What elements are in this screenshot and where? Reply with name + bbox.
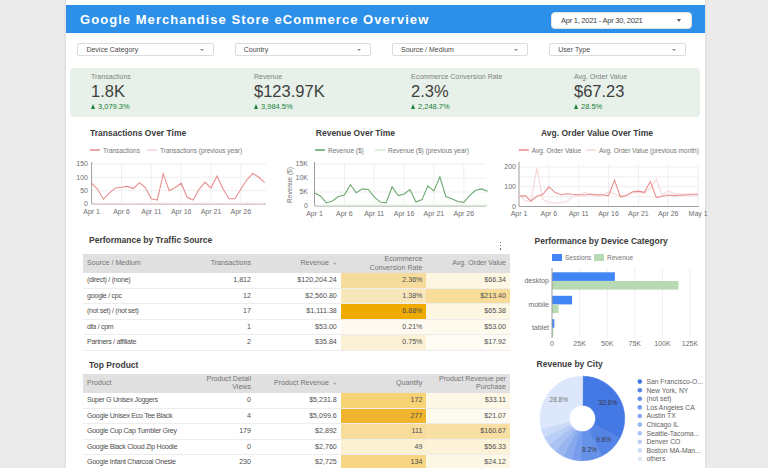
- svg-text:Performance by Device Category: Performance by Device Category: [535, 236, 668, 246]
- svg-text:Avg. Order Value Over Time: Avg. Order Value Over Time: [541, 128, 653, 138]
- svg-text:Seattle-Tacoma...: Seattle-Tacoma...: [646, 430, 699, 437]
- svg-text:Apr 1: Apr 1: [511, 210, 528, 218]
- svg-text:5K: 5K: [299, 188, 308, 195]
- svg-text:Revenue ($): Revenue ($): [328, 147, 364, 155]
- svg-text:Apr 6: Apr 6: [113, 208, 130, 216]
- svg-text:15K: 15K: [296, 160, 309, 167]
- svg-text:100K: 100K: [654, 340, 671, 347]
- svg-text:Apr 16: Apr 16: [394, 210, 415, 218]
- svg-text:Apr 1: Apr 1: [83, 208, 100, 216]
- svg-text:Sessions: Sessions: [565, 254, 592, 261]
- svg-text:50: 50: [80, 187, 88, 194]
- svg-text:Apr 16: Apr 16: [598, 210, 619, 218]
- svg-text:Revenue ($): Revenue ($): [286, 167, 294, 203]
- svg-text:tablet: tablet: [532, 324, 549, 331]
- svg-text:desktop: desktop: [524, 277, 549, 285]
- svg-text:Apr 21: Apr 21: [424, 210, 445, 218]
- svg-text:Revenue by City: Revenue by City: [537, 359, 603, 369]
- svg-text:New York, NY: New York, NY: [646, 387, 688, 394]
- svg-text:Avg. Order Value (previous mon: Avg. Order Value (previous month): [599, 147, 699, 155]
- svg-text:May 1: May 1: [689, 210, 708, 218]
- svg-text:50K: 50K: [601, 340, 614, 347]
- svg-text:mobile: mobile: [528, 301, 549, 308]
- svg-text:200: 200: [504, 163, 516, 170]
- svg-text:Apr 21: Apr 21: [628, 210, 649, 218]
- svg-text:Apr 26: Apr 26: [658, 210, 679, 218]
- svg-text:Apr 26: Apr 26: [453, 210, 474, 218]
- svg-text:San Francisco-O...: San Francisco-O...: [646, 378, 703, 385]
- svg-text:Revenue: Revenue: [607, 254, 633, 261]
- svg-text:(not set): (not set): [646, 395, 671, 403]
- svg-text:Apr 6: Apr 6: [541, 210, 558, 218]
- svg-text:25K: 25K: [573, 340, 586, 347]
- svg-text:Transactions: Transactions: [103, 147, 141, 154]
- svg-text:Apr 11: Apr 11: [141, 208, 161, 216]
- svg-text:Transactions Over Time: Transactions Over Time: [90, 128, 186, 138]
- svg-text:9.8%: 9.8%: [596, 436, 611, 443]
- svg-text:Revenue ($) (previous year): Revenue ($) (previous year): [388, 147, 469, 155]
- svg-text:8.2%: 8.2%: [582, 446, 597, 453]
- svg-text:10K: 10K: [296, 174, 309, 181]
- svg-text:125K: 125K: [682, 340, 699, 347]
- svg-text:Denver CO: Denver CO: [646, 438, 680, 445]
- svg-text:100: 100: [504, 183, 516, 190]
- svg-text:Avg. Order Value: Avg. Order Value: [532, 147, 582, 155]
- svg-text:Apr 16: Apr 16: [171, 208, 192, 216]
- svg-text:0: 0: [512, 203, 516, 210]
- svg-text:28.8%: 28.8%: [550, 396, 569, 403]
- svg-text:32.6%: 32.6%: [599, 399, 618, 406]
- svg-text:others: others: [646, 455, 665, 462]
- svg-text:Apr 21: Apr 21: [201, 208, 222, 216]
- svg-text:Apr 11: Apr 11: [569, 210, 589, 218]
- svg-text:Transactions (previous year): Transactions (previous year): [160, 147, 242, 155]
- svg-text:75K: 75K: [629, 340, 642, 347]
- svg-text:Boston MA-Man...: Boston MA-Man...: [646, 447, 701, 454]
- svg-text:Los Angeles CA: Los Angeles CA: [646, 404, 695, 412]
- svg-text:Chicago IL: Chicago IL: [646, 421, 679, 429]
- svg-text:Apr 6: Apr 6: [336, 210, 353, 218]
- svg-text:Apr 11: Apr 11: [364, 210, 384, 218]
- svg-text:Apr 26: Apr 26: [230, 208, 251, 216]
- svg-text:100: 100: [76, 174, 88, 181]
- svg-text:0: 0: [550, 340, 554, 347]
- svg-text:0: 0: [84, 200, 88, 207]
- svg-text:Austin TX: Austin TX: [646, 412, 676, 419]
- svg-text:Revenue Over Time: Revenue Over Time: [316, 128, 395, 138]
- svg-text:0: 0: [304, 202, 308, 209]
- svg-text:Apr 1: Apr 1: [306, 210, 323, 218]
- svg-text:150: 150: [76, 160, 88, 167]
